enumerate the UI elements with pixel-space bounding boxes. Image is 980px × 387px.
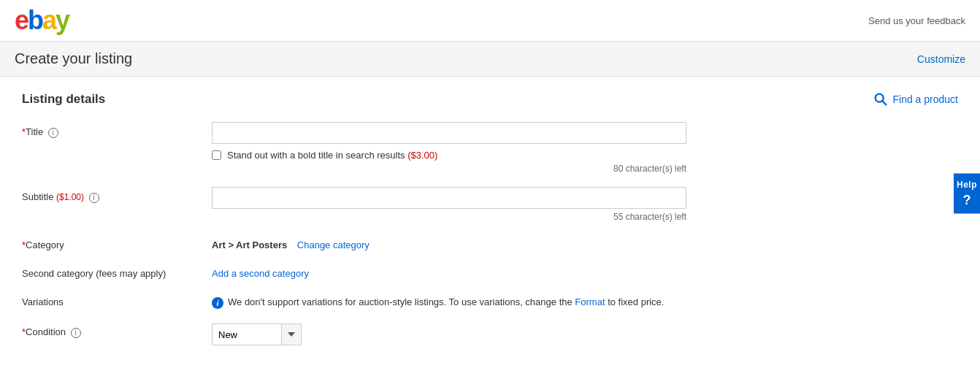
variations-label-text: Variations <box>22 296 64 307</box>
condition-label: *Condition i <box>22 322 212 338</box>
header: ebay Send us your feedback <box>0 0 980 42</box>
bold-title-label: Stand out with a bold title in search re… <box>227 150 437 161</box>
format-link[interactable]: Format <box>575 296 605 307</box>
page-title: Create your listing <box>15 50 132 67</box>
variations-info-icon: i <box>212 297 223 309</box>
variations-label: Variations <box>22 292 212 307</box>
condition-dropdown-button[interactable] <box>281 323 302 345</box>
search-icon <box>873 91 889 107</box>
category-label-text: Category <box>26 240 64 250</box>
subtitle-row: Subtitle ($1.00) i 55 character(s) left <box>22 187 958 222</box>
condition-label-text: Condition <box>26 326 66 337</box>
section-title: Listing details <box>22 92 105 107</box>
main-content: Listing details Find a product *Title i … <box>0 77 980 373</box>
title-char-count: 80 character(s) left <box>212 164 686 174</box>
category-name: Art > Art Posters <box>212 240 287 250</box>
second-category-row: Second category (fees may apply) Add a s… <box>22 264 958 279</box>
variations-row: Variations i We don't support variations… <box>22 292 958 309</box>
condition-row: *Condition i New Used Not Specified <box>22 322 958 345</box>
variations-text: We don't support variations for auction-… <box>228 296 664 307</box>
find-product-label: Find a product <box>893 93 959 105</box>
help-button[interactable]: Help ? <box>954 174 980 214</box>
condition-select-wrapper: New Used Not Specified <box>212 322 302 345</box>
title-control-wrapper: Stand out with a bold title in search re… <box>212 122 958 174</box>
logo-b: b <box>28 5 42 35</box>
title-info-icon[interactable]: i <box>48 128 58 138</box>
category-row: *Category Art > Art Posters Change categ… <box>22 235 958 250</box>
customize-link[interactable]: Customize <box>917 53 965 65</box>
bold-title-checkbox[interactable] <box>212 150 221 160</box>
title-label-text: Title <box>26 126 43 137</box>
subtitle-input[interactable] <box>212 187 686 209</box>
condition-select[interactable]: New Used Not Specified <box>212 323 281 345</box>
title-row: *Title i Stand out with a bold title in … <box>22 122 958 174</box>
bold-title-row: Stand out with a bold title in search re… <box>212 150 958 161</box>
subtitle-control-wrapper: 55 character(s) left <box>212 187 958 222</box>
title-input[interactable] <box>212 122 686 144</box>
chevron-down-icon <box>288 332 295 337</box>
category-label: *Category <box>22 235 212 250</box>
category-value: Art > Art Posters Change category <box>212 235 370 250</box>
ebay-logo: ebay <box>15 7 69 34</box>
page-title-bar: Create your listing Customize <box>0 42 980 77</box>
logo-y: y <box>55 5 69 35</box>
subtitle-info-icon[interactable]: i <box>89 193 99 203</box>
help-button-label: Help <box>957 180 977 190</box>
subtitle-label-text: Subtitle <box>22 191 53 202</box>
find-product-button[interactable]: Find a product <box>873 91 959 107</box>
second-category-label-text: Second category <box>22 268 93 279</box>
condition-info-icon[interactable]: i <box>71 328 81 338</box>
second-category-label: Second category (fees may apply) <box>22 264 212 279</box>
svg-line-1 <box>882 101 886 104</box>
title-label: *Title i <box>22 122 212 138</box>
second-category-note: (fees may apply) <box>96 268 166 279</box>
variations-info: i We don't support variations for auctio… <box>212 292 664 309</box>
subtitle-label: Subtitle ($1.00) i <box>22 187 212 203</box>
help-question-mark: ? <box>957 193 977 208</box>
logo-e: e <box>15 5 28 35</box>
add-second-category-link[interactable]: Add a second category <box>212 264 309 279</box>
change-category-link[interactable]: Change category <box>297 240 370 250</box>
subtitle-char-count: 55 character(s) left <box>212 212 686 222</box>
logo-a: a <box>42 5 55 35</box>
subtitle-cost: ($1.00) <box>56 192 84 202</box>
section-header: Listing details Find a product <box>22 91 958 107</box>
feedback-link[interactable]: Send us your feedback <box>868 15 965 26</box>
